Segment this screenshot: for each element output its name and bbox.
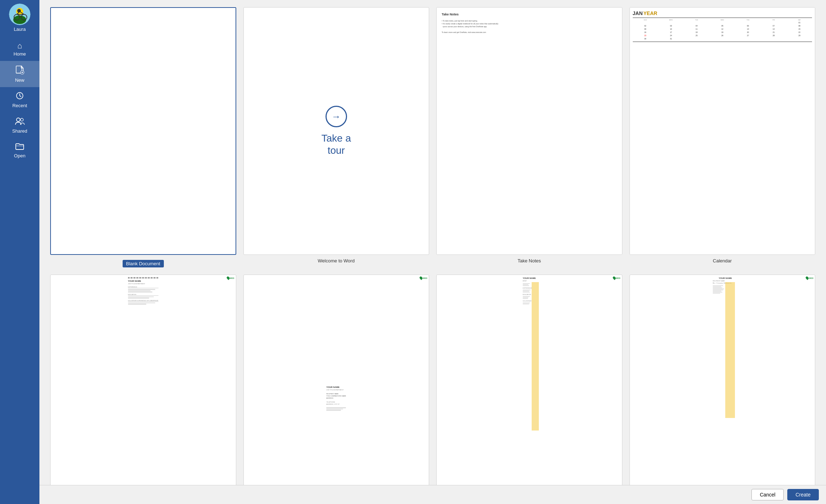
template-label-notes: Take Notes: [518, 258, 541, 264]
template-crisp-resume[interactable]: MOO YOUR NAME BRIEF EXPERIENCE EDUCATION: [436, 275, 622, 504]
cancel-button[interactable]: Cancel: [751, 489, 784, 500]
home-icon: ⌂: [17, 42, 22, 50]
creative-cover-thumb[interactable]: MOO YOUR NAME JOB TITLE/DEPARTMENT RECIP…: [243, 275, 429, 504]
tour-thumb[interactable]: → Take atour: [243, 7, 429, 255]
template-creative-resume[interactable]: MOO YOUR NAME JOB TITLE/DEPARTMENT EXPER…: [50, 275, 236, 504]
template-label-tour: Welcome to Word: [318, 258, 355, 264]
sidebar-item-home[interactable]: ⌂ Home: [0, 38, 39, 61]
crisp-resume-thumb[interactable]: MOO YOUR NAME BRIEF EXPERIENCE EDUCATION: [436, 275, 622, 504]
notes-title: Take Notes: [442, 13, 617, 16]
sidebar-shared-label: Shared: [12, 128, 27, 134]
sidebar-open-label: Open: [14, 153, 25, 158]
sidebar-item-open[interactable]: Open: [0, 138, 39, 163]
template-grid: Blank Document → Take atour Welcome to W…: [50, 7, 815, 504]
sidebar-item-new[interactable]: New: [0, 61, 39, 87]
template-crisp-cover[interactable]: MOO YOUR NAME RECIPIENT NAME Mrs. / Comp…: [630, 275, 816, 504]
calendar-header: JANYEAR: [633, 10, 812, 16]
create-button[interactable]: Create: [787, 489, 819, 500]
template-tour[interactable]: → Take atour Welcome to Word: [243, 7, 429, 267]
svg-line-10: [21, 66, 23, 68]
template-creative-cover[interactable]: MOO YOUR NAME JOB TITLE/DEPARTMENT RECIP…: [243, 275, 429, 504]
svg-point-8: [17, 9, 21, 13]
shared-icon: [15, 117, 25, 127]
tour-arrow-icon: →: [326, 106, 347, 127]
svg-line-20: [20, 96, 21, 97]
notes-thumb[interactable]: Take Notes • To take notes, just tap her…: [436, 7, 622, 255]
calendar-thumb[interactable]: JANYEAR SUNMONTUEWEDTHUFRISAT 01 0203040…: [630, 7, 816, 255]
sidebar-recent-label: Recent: [12, 103, 27, 108]
creative-resume-thumb[interactable]: MOO YOUR NAME JOB TITLE/DEPARTMENT EXPER…: [50, 275, 236, 504]
sidebar-item-shared[interactable]: Shared: [0, 113, 39, 138]
template-blank[interactable]: Blank Document: [50, 7, 236, 267]
new-icon: [15, 65, 24, 76]
sidebar-item-recent[interactable]: Recent: [0, 87, 39, 113]
bottom-bar: Cancel Create: [39, 485, 826, 504]
tour-text: Take atour: [322, 132, 351, 156]
sidebar-home-label: Home: [14, 51, 26, 57]
template-notes[interactable]: Take Notes • To take notes, just tap her…: [436, 7, 622, 267]
template-label-calendar: Calendar: [713, 258, 732, 264]
selected-badge: Blank Document: [123, 260, 164, 267]
template-calendar[interactable]: JANYEAR SUNMONTUEWEDTHUFRISAT 01 0203040…: [630, 7, 816, 267]
svg-point-22: [20, 118, 23, 121]
sidebar: Laura ⌂ Home New: [0, 0, 39, 504]
svg-point-21: [16, 118, 20, 122]
recent-icon: [15, 91, 24, 101]
crisp-cover-thumb[interactable]: MOO YOUR NAME RECIPIENT NAME Mrs. / Comp…: [630, 275, 816, 504]
open-icon: [15, 142, 24, 152]
main-content: Blank Document → Take atour Welcome to W…: [39, 0, 826, 504]
blank-thumb[interactable]: [50, 7, 236, 255]
sidebar-new-label: New: [15, 77, 24, 83]
avatar[interactable]: [9, 4, 30, 25]
user-label: Laura: [14, 27, 25, 32]
